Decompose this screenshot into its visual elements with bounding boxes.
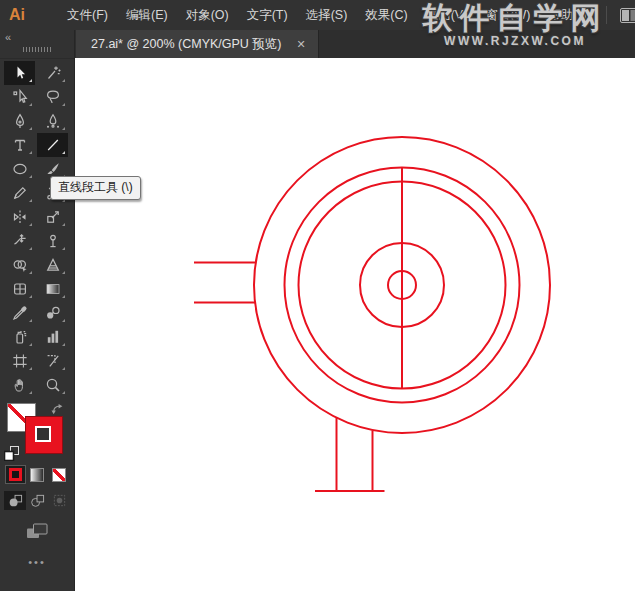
direct-selection-tool[interactable] xyxy=(4,85,35,109)
eyedropper-icon xyxy=(12,305,28,321)
menubar: Ai 文件(F)编辑(E)对象(O)文字(T)选择(S)效果(C)视图(V)窗口… xyxy=(0,0,635,30)
document-tab-title: 27.ai* @ 200% (CMYK/GPU 预览) xyxy=(91,36,282,53)
scale-tool[interactable] xyxy=(37,205,68,229)
screen-mode-icon[interactable] xyxy=(26,523,48,539)
default-fill-stroke-icon[interactable] xyxy=(4,446,19,461)
stroke-swatch-hole xyxy=(35,426,51,442)
curvature-icon xyxy=(45,113,61,129)
perspective-grid-tool[interactable] xyxy=(37,253,68,277)
magic-wand-tool[interactable] xyxy=(37,61,68,85)
shape-builder-icon xyxy=(12,257,28,273)
curvature-tool[interactable] xyxy=(37,109,68,133)
artboard-icon xyxy=(12,353,28,369)
panel-drag-grip[interactable] xyxy=(23,47,51,52)
perspective-grid-icon xyxy=(45,257,61,273)
drawing-mode-buttons xyxy=(0,491,74,510)
column-graph-tool[interactable] xyxy=(37,325,68,349)
draw-normal-button[interactable] xyxy=(4,491,26,510)
zoom-icon xyxy=(45,377,61,393)
line-segment-icon xyxy=(45,137,61,153)
eyedropper-tool[interactable] xyxy=(4,301,35,325)
menu-items: 文件(F)编辑(E)对象(O)文字(T)选择(S)效果(C)视图(V)窗口(W)… xyxy=(58,0,600,30)
paint-type-buttons xyxy=(0,465,74,484)
stroke-swatch-red[interactable] xyxy=(25,416,63,454)
tools-panel: « xyxy=(0,30,75,591)
pencil-tool[interactable] xyxy=(4,181,35,205)
workspace-switcher-icon[interactable] xyxy=(620,8,635,23)
gradient-icon xyxy=(45,281,61,297)
close-tab-icon[interactable]: ✕ xyxy=(297,39,306,50)
hand-tool[interactable] xyxy=(4,373,35,397)
artboard-canvas[interactable] xyxy=(74,58,635,591)
blend-tool[interactable] xyxy=(37,301,68,325)
tool-tooltip-text: 直线段工具 (\) xyxy=(58,180,133,194)
ellipse-tool[interactable] xyxy=(4,157,35,181)
draw-inside-button[interactable] xyxy=(48,491,70,510)
width-icon xyxy=(12,233,28,249)
lasso-icon xyxy=(45,89,61,105)
scale-icon xyxy=(45,209,61,225)
gradient-chip-icon xyxy=(30,468,44,482)
tool-tooltip: 直线段工具 (\) xyxy=(50,176,141,200)
menu-item-6[interactable]: 视图(V) xyxy=(417,0,477,30)
mesh-tool[interactable] xyxy=(4,277,35,301)
artwork-motor-drawing xyxy=(74,58,635,591)
symbol-sprayer-icon xyxy=(12,329,28,345)
document-tabbar: 27.ai* @ 200% (CMYK/GPU 预览) ✕ xyxy=(74,30,635,58)
mesh-icon xyxy=(12,281,28,297)
swap-fill-stroke-icon[interactable] xyxy=(51,403,65,417)
gradient-button[interactable] xyxy=(27,465,48,484)
paintbrush-icon xyxy=(45,161,61,177)
reflect-icon xyxy=(12,209,28,225)
none-chip-icon xyxy=(52,468,66,482)
menu-item-3[interactable]: 文字(T) xyxy=(238,0,297,30)
width-tool[interactable] xyxy=(4,229,35,253)
direct-selection-icon xyxy=(12,89,28,105)
selection-tool[interactable] xyxy=(4,61,35,85)
gradient-tool[interactable] xyxy=(37,277,68,301)
puppet-warp-tool[interactable] xyxy=(37,229,68,253)
hand-icon xyxy=(12,377,28,393)
tools-panel-header: « xyxy=(0,30,74,59)
color-button[interactable] xyxy=(5,465,26,484)
menu-item-8[interactable]: 帮助(H) xyxy=(540,0,600,30)
document-tab[interactable]: 27.ai* @ 200% (CMYK/GPU 预览) ✕ xyxy=(76,30,319,58)
pen-icon xyxy=(12,113,28,129)
shape-builder-tool[interactable] xyxy=(4,253,35,277)
reflect-tool[interactable] xyxy=(4,205,35,229)
tool-grid xyxy=(0,61,74,397)
illustrator-window: Ai 文件(F)编辑(E)对象(O)文字(T)选择(S)效果(C)视图(V)窗口… xyxy=(0,0,635,591)
selection-icon xyxy=(12,65,28,81)
slice-icon xyxy=(45,353,61,369)
collapse-panel-icon[interactable]: « xyxy=(5,31,11,43)
app-logo-icon: Ai xyxy=(9,6,25,24)
type-icon xyxy=(12,137,28,153)
ellipse-icon xyxy=(12,161,28,177)
edit-toolbar-icon[interactable]: ••• xyxy=(0,556,74,568)
puppet-warp-icon xyxy=(45,233,61,249)
pencil-icon xyxy=(12,185,28,201)
column-graph-icon xyxy=(45,329,61,345)
color-chip-icon xyxy=(9,468,22,481)
artboard-tool[interactable] xyxy=(4,349,35,373)
blend-icon xyxy=(45,305,61,321)
menu-item-7[interactable]: 窗口(W) xyxy=(476,0,539,30)
menubar-right xyxy=(600,6,635,24)
pen-tool[interactable] xyxy=(4,109,35,133)
lasso-tool[interactable] xyxy=(37,85,68,109)
menu-item-1[interactable]: 编辑(E) xyxy=(117,0,177,30)
menubar-divider-right xyxy=(606,6,607,24)
fill-stroke-widget xyxy=(0,401,74,463)
menu-item-4[interactable]: 选择(S) xyxy=(297,0,357,30)
line-segment-tool[interactable] xyxy=(37,133,68,157)
slice-tool[interactable] xyxy=(37,349,68,373)
menu-item-5[interactable]: 效果(C) xyxy=(356,0,416,30)
none-button[interactable] xyxy=(49,465,70,484)
zoom-tool[interactable] xyxy=(37,373,68,397)
type-tool[interactable] xyxy=(4,133,35,157)
draw-behind-button[interactable] xyxy=(26,491,48,510)
symbol-sprayer-tool[interactable] xyxy=(4,325,35,349)
menu-item-0[interactable]: 文件(F) xyxy=(58,0,117,30)
menu-item-2[interactable]: 对象(O) xyxy=(177,0,238,30)
magic-wand-icon xyxy=(45,65,61,81)
